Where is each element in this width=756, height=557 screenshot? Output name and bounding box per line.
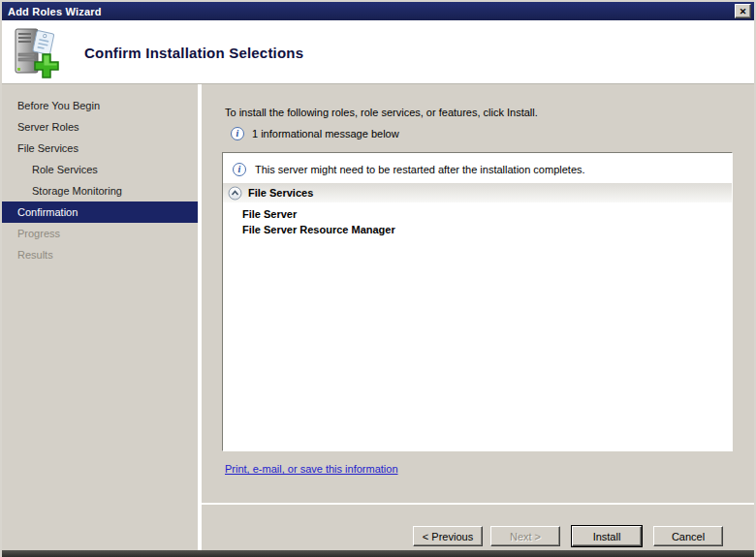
sidebar-item-server-roles[interactable]: Server Roles	[2, 116, 198, 138]
intro-text: To install the following roles, role ser…	[225, 107, 538, 118]
window-bottom-edge	[0, 550, 756, 557]
restart-warning-row: i This server might need to be restarted…	[233, 163, 585, 176]
restart-warning-text: This server might need to be restarted a…	[255, 164, 585, 175]
info-summary-row: i 1 informational message below	[231, 127, 399, 140]
collapse-icon[interactable]	[228, 186, 242, 201]
sidebar-item-file-services[interactable]: File Services	[2, 138, 198, 159]
sidebar-item-before-you-begin[interactable]: Before You Begin	[2, 95, 198, 116]
add-server-icon	[11, 26, 61, 78]
section-title: File Services	[248, 187, 313, 199]
titlebar: Add Roles Wizard ✕	[2, 2, 754, 20]
page-title: Confirm Installation Selections	[84, 45, 303, 61]
file-services-section-header[interactable]: File Services	[223, 183, 732, 203]
close-button[interactable]: ✕	[735, 4, 751, 18]
close-icon: ✕	[740, 7, 747, 16]
info-summary-text: 1 informational message below	[252, 128, 399, 139]
info-icon: i	[231, 127, 244, 140]
button-separator	[202, 503, 754, 505]
install-button[interactable]: Install	[572, 526, 642, 546]
button-row: < Previous Next > Install Cancel	[413, 526, 723, 546]
info-icon: i	[233, 163, 246, 176]
cancel-button[interactable]: Cancel	[653, 526, 723, 546]
sidebar-item-role-services[interactable]: Role Services	[2, 159, 198, 180]
main-content: To install the following roles, role ser…	[202, 84, 754, 550]
role-item-file-server: File Server	[242, 208, 297, 220]
sidebar-item-results: Results	[2, 244, 198, 265]
add-roles-wizard-window: Add Roles Wizard ✕	[0, 0, 756, 557]
sidebar-item-progress: Progress	[2, 223, 198, 244]
sidebar-item-storage-monitoring[interactable]: Storage Monitoring	[2, 180, 198, 201]
window-title: Add Roles Wizard	[8, 6, 735, 17]
previous-button[interactable]: < Previous	[413, 526, 483, 546]
sidebar: Before You Begin Server Roles File Servi…	[2, 84, 198, 550]
sidebar-item-confirmation[interactable]: Confirmation	[2, 201, 198, 223]
selections-panel: i This server might need to be restarted…	[222, 152, 733, 451]
role-item-fsrm: File Server Resource Manager	[242, 224, 395, 235]
next-button: Next >	[490, 526, 560, 546]
print-email-save-link[interactable]: Print, e-mail, or save this information	[225, 463, 398, 475]
wizard-header: Confirm Installation Selections	[2, 20, 754, 84]
